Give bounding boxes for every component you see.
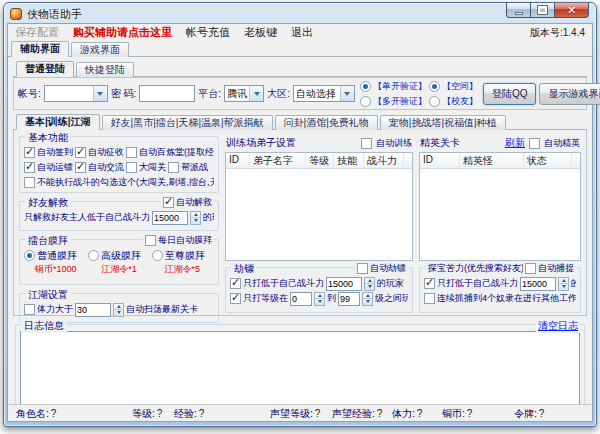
checkbox-no-fight-label[interactable]: 不能执行战斗的勾选这个(大闯关,刷塔,擂台,天梯)	[37, 176, 214, 189]
checkbox-gang-war-label[interactable]: 帮派战	[181, 161, 208, 174]
checkbox-rob-power-limit[interactable]	[230, 278, 241, 289]
radio-normal-worship-label[interactable]: 普通膜拜	[37, 249, 86, 263]
checkbox-auto-levy[interactable]	[75, 147, 86, 158]
checkbox-no-fight[interactable]	[24, 177, 35, 188]
password-input[interactable]	[139, 85, 195, 102]
rob-level-to-input[interactable]	[338, 292, 360, 306]
rescue-power-input[interactable]	[152, 211, 188, 225]
spinner-down-icon[interactable]	[365, 283, 374, 290]
tab-game-ui[interactable]: 游戏界面	[71, 42, 129, 57]
column-header-elite-id[interactable]: ID	[420, 153, 460, 168]
checkbox-auto-bailian[interactable]	[126, 147, 137, 158]
rob-power-input[interactable]	[326, 277, 362, 291]
radio-advanced-worship-label[interactable]: 高级膜拜	[101, 249, 150, 263]
chevron-down-icon[interactable]	[93, 86, 107, 101]
tab-basic-training-jianghu[interactable]: 基本|训练|江湖	[16, 114, 100, 130]
radio-multi-verify-label[interactable]: 【多开验证】	[373, 95, 427, 108]
column-header-elite-monster[interactable]: 精英怪	[460, 153, 524, 168]
checkbox-auto-bailian-label[interactable]: 自动百炼堂(提取经验)	[139, 146, 214, 159]
checkbox-auto-capture-label[interactable]: 自动捕捉	[538, 262, 574, 275]
checkbox-auto-rob[interactable]	[357, 263, 368, 274]
show-game-button[interactable]: 显示游戏界面	[539, 83, 600, 105]
checkbox-auto-sign[interactable]	[24, 147, 35, 158]
chevron-down-icon[interactable]	[340, 86, 354, 101]
checkbox-auto-elite[interactable]	[529, 138, 540, 149]
radio-schoolmate[interactable]	[429, 96, 440, 107]
checkbox-auto-training[interactable]	[361, 138, 372, 149]
checkbox-stamina-above-label[interactable]: 体力大于	[37, 303, 73, 316]
menu-save-config[interactable]: 保存配置	[15, 25, 59, 40]
checkbox-auto-chat-label[interactable]: 自动交流	[88, 161, 124, 174]
elite-refresh-link[interactable]: 刷新	[505, 136, 525, 150]
close-button[interactable]: ✕	[554, 3, 589, 18]
radio-schoolmate-label[interactable]: 【校友】	[442, 95, 478, 108]
tab-assist-ui[interactable]: 辅助界面	[11, 41, 69, 57]
checkbox-auto-capture[interactable]	[525, 263, 536, 274]
radio-multi-verify[interactable]	[360, 96, 371, 107]
checkbox-capture-four-slaves-label[interactable]: 连续抓捕到4个奴隶在进行其他工作	[437, 292, 576, 305]
menu-buy-assist[interactable]: 购买辅助请点击这里	[73, 25, 172, 40]
checkbox-auto-levy-label[interactable]: 自动征收	[88, 146, 124, 159]
checkbox-daily-auto-worship-label[interactable]: 每日自动膜拜	[158, 234, 212, 247]
tab-normal-login[interactable]: 普通登陆	[16, 61, 74, 77]
checkbox-auto-elite-label[interactable]: 自动精英	[544, 137, 580, 150]
checkbox-capture-four-slaves[interactable]	[424, 293, 435, 304]
checkbox-auto-training-label[interactable]: 自动训练	[376, 137, 412, 150]
column-header-skill[interactable]: 技能	[334, 153, 364, 168]
checkbox-rob-level-range[interactable]	[230, 293, 241, 304]
checkbox-auto-escort[interactable]	[24, 162, 35, 173]
menu-exit[interactable]: 退出	[291, 25, 313, 40]
account-combobox[interactable]	[44, 85, 108, 102]
spinner-down-icon[interactable]	[191, 217, 200, 224]
checkbox-auto-escort-label[interactable]: 自动运镖	[37, 161, 73, 174]
rob-level-from-input[interactable]	[290, 292, 312, 306]
checkbox-big-pass[interactable]	[126, 162, 137, 173]
column-header-power[interactable]: 战斗力	[364, 153, 404, 168]
minimize-button[interactable]	[506, 3, 530, 18]
checkbox-auto-chat[interactable]	[75, 162, 86, 173]
column-header-elite-status[interactable]: 状态	[524, 153, 572, 168]
slave-power-limit-prefix[interactable]: 只打低于自己战斗力	[437, 277, 518, 290]
checkbox-auto-rescue[interactable]	[163, 197, 174, 208]
checkbox-stamina-above[interactable]	[24, 304, 35, 315]
maximize-button[interactable]	[530, 3, 554, 18]
checkbox-auto-sign-label[interactable]: 自动签到	[37, 146, 73, 159]
column-header-disciple-name[interactable]: 弟子名字	[250, 153, 306, 168]
platform-select[interactable]: 腾讯	[224, 85, 264, 102]
radio-normal-worship[interactable]	[24, 250, 35, 261]
chevron-down-icon[interactable]	[249, 86, 263, 101]
checkbox-daily-auto-worship[interactable]	[145, 235, 156, 246]
spinner-down-icon[interactable]	[559, 283, 568, 290]
checkbox-auto-rob-label[interactable]: 自动劫镖	[370, 262, 406, 275]
radio-advanced-worship[interactable]	[88, 250, 99, 261]
radio-single-verify-label[interactable]: 【单开验证】	[373, 80, 427, 93]
tab-divination-tavern-gifts[interactable]: 问卦|酒馆|免费礼物	[275, 115, 378, 130]
column-header-id[interactable]: ID	[226, 153, 250, 168]
tab-pet-tower-blessing-plant[interactable]: 宠物|挑战塔|祝福值|种植	[380, 115, 506, 130]
menu-boss-key[interactable]: 老板键	[244, 25, 277, 40]
region-select[interactable]: 自动选择	[293, 85, 355, 102]
column-header-level[interactable]: 等级	[306, 153, 334, 168]
login-qq-button[interactable]: 登陆QQ	[483, 83, 537, 105]
radio-qzone[interactable]	[429, 81, 440, 92]
tab-friends-market-arena[interactable]: 好友|黑市|擂台|天梯|温泉|帮派捐献	[102, 115, 273, 130]
menu-account-recharge[interactable]: 帐号充值	[186, 25, 230, 40]
rob-level-range-prefix[interactable]: 只打等级在	[243, 292, 288, 305]
stamina-threshold-input[interactable]	[75, 303, 111, 317]
clear-log-link[interactable]: 清空日志	[538, 319, 578, 333]
radio-single-verify[interactable]	[360, 81, 371, 92]
titlebar[interactable]: 侠物语助手 ✕	[4, 3, 596, 23]
spinner-down-icon[interactable]	[363, 298, 372, 305]
radio-qzone-label[interactable]: 【空间】	[442, 80, 478, 93]
rob-power-limit-prefix[interactable]: 只打低于自己战斗力	[243, 277, 324, 290]
spinner-down-icon[interactable]	[315, 298, 324, 305]
tab-quick-login[interactable]: 快捷登陆	[76, 62, 134, 77]
checkbox-gang-war[interactable]	[168, 162, 179, 173]
spinner-down-icon[interactable]	[114, 309, 123, 316]
checkbox-auto-rescue-label[interactable]: 自动解救	[176, 196, 212, 209]
radio-supreme-worship[interactable]	[152, 250, 163, 261]
checkbox-big-pass-label[interactable]: 大闯关	[139, 161, 166, 174]
slave-power-input[interactable]	[520, 277, 556, 291]
checkbox-slave-power-limit[interactable]	[424, 278, 435, 289]
radio-supreme-worship-label[interactable]: 至尊膜拜	[165, 249, 214, 263]
